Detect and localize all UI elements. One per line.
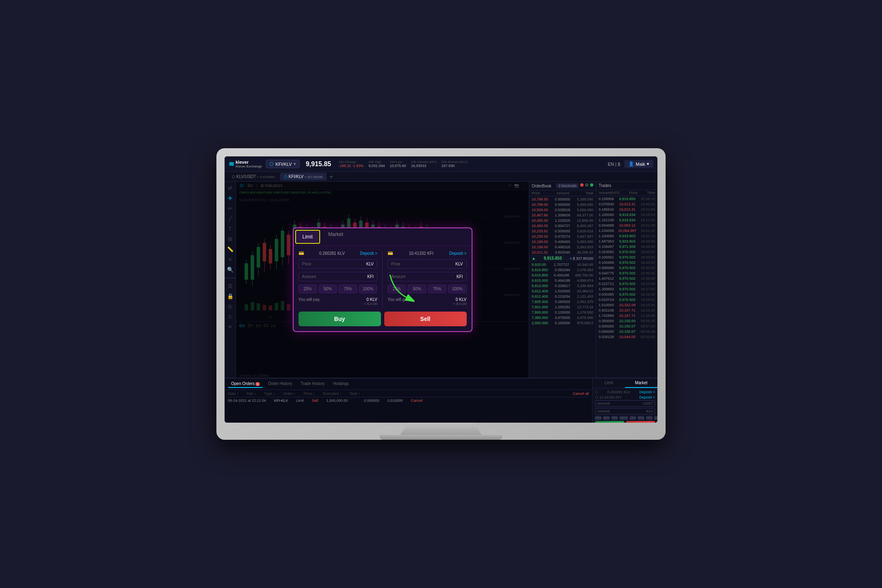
left-sidebar: ⇄ ✛ ✏ ╱ T ⊞ 📏 ✕ 🔍 ☰ 🔒 ◎ ⚠ ≡ xyxy=(225,182,236,378)
orders-table: Date ↕ Pair ↕ Type ↕ Order ↕ Price ↕ Exe… xyxy=(225,390,592,405)
modal-tab-limit[interactable]: Limit xyxy=(295,230,320,244)
logo-icon: ≋ xyxy=(229,160,234,168)
app-container: ≋ klever Klever Exchange ⬡ KFI/KLV ▾ 9,9… xyxy=(225,156,657,423)
tab-order-history[interactable]: Order History xyxy=(265,380,295,388)
decimals-selector[interactable]: 3 Decimals xyxy=(556,183,579,188)
trades-list: 0.158906 9,915.850 20:58:18 0.070930 10,… xyxy=(596,196,657,339)
tab-klv-usdt[interactable]: ⬡ KLV/USDT ≈ 0.0339882 xyxy=(228,173,279,180)
tab-holdings[interactable]: Holdings xyxy=(330,380,352,388)
rp-pct-25-sell[interactable]: 25% xyxy=(630,416,636,420)
sidebar-text-icon[interactable]: T xyxy=(229,226,232,232)
tab-trade-history[interactable]: Trade History xyxy=(297,380,328,388)
sidebar-list-icon[interactable]: ≡ xyxy=(229,324,232,330)
sidebar-lock-icon[interactable]: 🔒 xyxy=(227,293,234,299)
sell-order-row: 10,011.31 3.602046 49,265.82 xyxy=(529,249,596,255)
buy-wallet-icon: 💳 xyxy=(298,251,304,256)
trade-row: 0.026128 10,044.00 05:53:50 xyxy=(596,334,657,339)
rp-pct-100-sell[interactable]: 100% xyxy=(654,416,657,420)
language-selector[interactable]: EN | $ xyxy=(608,162,620,167)
user-menu[interactable]: 👤 Maik ▾ xyxy=(624,160,653,168)
sidebar-draw-icon[interactable]: ✏ xyxy=(228,205,232,212)
buy-price-input[interactable]: Price KLV xyxy=(298,259,378,269)
cancel-order-button[interactable]: Cancel xyxy=(411,399,423,403)
trade-row: 1.407612 9,970.502 18:36:08 xyxy=(596,276,657,281)
sidebar-eraser-icon[interactable]: ✕ xyxy=(228,256,232,263)
rp-pct-50-buy[interactable]: 50% xyxy=(603,416,610,420)
trade-row: 0.000000 10,150.07 09:57:20 xyxy=(596,323,657,329)
bottom-left: Open Orders1 Order History Trade History… xyxy=(225,379,592,423)
buy-pct-50[interactable]: 50% xyxy=(318,285,337,293)
modal-tab-market[interactable]: Market xyxy=(322,228,350,245)
rp-pct-25-buy[interactable]: 25% xyxy=(595,416,601,420)
sidebar-line-icon[interactable]: ╱ xyxy=(229,216,232,222)
username: Maik xyxy=(636,162,645,167)
tab-kfi-klv[interactable]: ⬡ KFI/KLV ≈ 327.80180 xyxy=(280,173,327,180)
user-avatar-icon: 👤 xyxy=(628,161,634,167)
sidebar-layers-icon[interactable]: ☰ xyxy=(228,283,233,289)
sidebar-zoom-icon[interactable]: 🔍 xyxy=(227,267,234,273)
monitor-base xyxy=(380,435,502,440)
sell-price-input[interactable]: Price KLV xyxy=(388,259,467,269)
pair-label: KFI/KLV xyxy=(275,162,292,167)
buy-order-row: 9,915.850 0.091094 2,478.962 xyxy=(529,267,596,272)
logo: ≋ klever Klever Exchange xyxy=(229,160,262,168)
orders-header: Date ↕ Pair ↕ Type ↕ Order ↕ Price ↕ Exe… xyxy=(228,392,589,397)
trade-row: 0.010724 9,970.502 18:08:41 xyxy=(596,297,657,302)
rp-amount-input[interactable]: Amount USDT xyxy=(595,400,655,407)
orderbook-title: OrderBook xyxy=(532,184,551,188)
volume-stat: 24h Volume (KFI) 16,93533 xyxy=(411,160,437,168)
rp-tab-limit[interactable]: Limit xyxy=(592,379,625,388)
current-price: 9,915.85 xyxy=(306,160,331,168)
rp-buy-button[interactable]: Buy xyxy=(595,421,624,423)
monitor-stand xyxy=(400,423,482,435)
rp-pct-75-buy[interactable]: 75% xyxy=(611,416,618,420)
amount-stat: 24h Amount (KLV) 167.93K xyxy=(441,160,468,168)
rp-buy-deposit[interactable]: Deposit > xyxy=(639,390,655,394)
rp-amount-klv-input[interactable]: Amount KLV xyxy=(595,408,655,414)
header: ≋ klever Klever Exchange ⬡ KFI/KLV ▾ 9,9… xyxy=(225,156,657,172)
sell-order-row: 10,467.80 1.308609 64,377.00 xyxy=(529,212,596,218)
mid-price-value: 9,915.850 xyxy=(543,256,562,261)
buy-will-pay: You will pay 0 KLV ≈ $ 0.00 xyxy=(298,297,378,306)
rp-pct-75-sell[interactable]: 75% xyxy=(646,416,653,420)
trades-title: Trades xyxy=(596,182,657,190)
buy-pct-75[interactable]: 75% xyxy=(339,285,357,293)
pair-icon: ⬡ xyxy=(270,161,274,167)
buy-pct-100[interactable]: 100% xyxy=(359,285,377,293)
sell-dot xyxy=(580,183,584,187)
rp-sell-deposit[interactable]: Deposit > xyxy=(639,395,655,399)
right-trade-panel: Limit Market ⬡ 0.260281 KLV Deposit > ⬡ … xyxy=(592,379,657,423)
rp-sell-button[interactable]: Sell xyxy=(626,421,655,423)
rp-pct-100-buy[interactable]: 100% xyxy=(619,416,628,420)
main-content: ⇄ ✛ ✏ ╱ T ⊞ 📏 ✕ 🔍 ☰ 🔒 ◎ ⚠ ≡ xyxy=(225,182,657,378)
rp-pct-50-sell[interactable]: 50% xyxy=(638,416,644,420)
modal-overlay: Limit Market 💳 0.260281 KLV xyxy=(236,182,529,378)
sidebar-crosshair-icon[interactable]: ✛ xyxy=(228,195,232,201)
modal-sell-button[interactable]: Sell xyxy=(384,312,467,326)
orderbook-panel: OrderBook 3 Decimals Price Amount Total xyxy=(529,182,596,378)
sidebar-arrow-icon[interactable]: ⇄ xyxy=(228,185,232,191)
trade-row: 1.234599 10,064.987 18:51:22 xyxy=(596,228,657,233)
sell-pct-75[interactable]: 75% xyxy=(428,285,446,293)
sell-deposit-link[interactable]: Deposit > xyxy=(449,251,467,256)
cancel-all-button[interactable]: Cancel all xyxy=(572,392,589,396)
buy-pct-25[interactable]: 25% xyxy=(298,285,317,293)
trade-row: 1.100000 9,919.634 19:28:53 xyxy=(596,212,657,217)
sell-pct-100[interactable]: 100% xyxy=(448,285,466,293)
sidebar-alert-icon[interactable]: ⚠ xyxy=(228,314,233,320)
sell-amount-currency: KFI xyxy=(457,274,463,279)
buy-order-row: 2,000.000 0.100000 970,000.0 xyxy=(529,320,596,325)
trade-row: 0.000000 10,150.07 09:56:38 xyxy=(596,329,657,334)
rp-tab-market[interactable]: Market xyxy=(625,379,658,388)
buy-deposit-link[interactable]: Deposit > xyxy=(360,251,377,256)
pair-selector[interactable]: ⬡ KFI/KLV ▾ xyxy=(266,160,299,168)
modal-buy-button[interactable]: Buy xyxy=(298,312,381,326)
sidebar-eye-icon[interactable]: ◎ xyxy=(228,303,232,310)
buy-amount-input[interactable]: Amount KFI xyxy=(298,272,378,281)
tab-open-orders[interactable]: Open Orders1 xyxy=(228,380,263,388)
sidebar-measure-icon[interactable]: 📏 xyxy=(227,246,234,252)
buy-side: 💳 0.260281 KLV Deposit > Price KLV xyxy=(298,251,378,308)
add-pair-button[interactable]: + xyxy=(329,173,333,180)
sidebar-fib-icon[interactable]: ⊞ xyxy=(228,236,232,242)
buy-order-row: 7,805.500 0.260000 2,451.375 xyxy=(529,299,596,304)
